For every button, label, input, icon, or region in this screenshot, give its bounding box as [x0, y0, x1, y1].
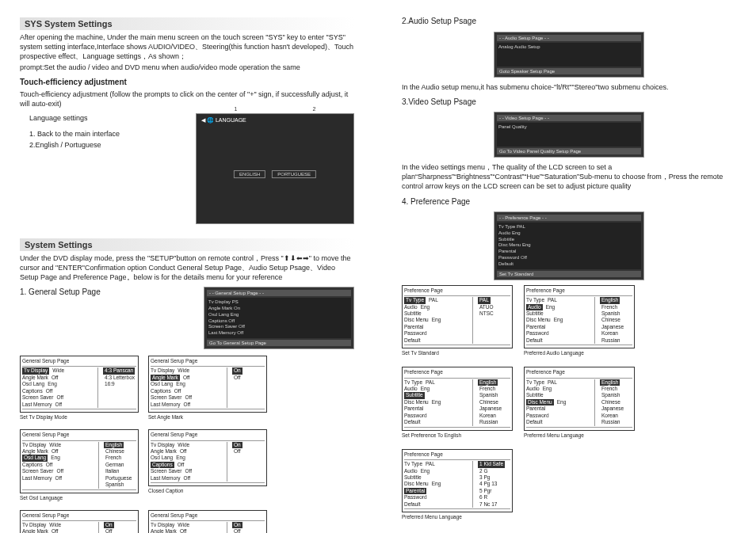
general-thumb-title: - - General Setup Page - -: [207, 290, 351, 296]
general-setup-screenshot: - - General Setup Page - - Tv Display PS…: [204, 287, 354, 349]
video-setup-heading: 3.Video Setup Psage: [402, 97, 736, 108]
menu-table: Preference PageTv TypePALAudioEngSubtitl…: [524, 367, 635, 431]
language-screenshot: 1 2 ◀ 🌐 LANGUAGE ENGLISH PORTUGUESE: [196, 113, 354, 224]
audio-paragraph: In the Audio setup menu,it has submenu c…: [402, 82, 736, 92]
menu-table: Preference PageTv TypePALAudioEngSubtitl…: [402, 449, 513, 513]
sys-paragraph-2: prompt:Set the audio / video and DVD men…: [20, 63, 354, 72]
menu-table: Preference PageTv TypePALAudioEngSubtitl…: [524, 285, 635, 349]
menu-table: General Serup PageTv DisplayWideAngle Ma…: [148, 510, 267, 533]
menu-table: Preference PageTv TypePALAudioEngSubtitl…: [402, 285, 513, 349]
system-settings-paragraph: Under the DVD display mode, press the "S…: [20, 253, 354, 282]
page-18: 2.Audio Setup Psage - - Audio Setup Page…: [378, 0, 756, 533]
lang-english-button: ENGLISH: [234, 170, 265, 178]
language-screenshot-title: ◀ 🌐 LANGUAGE: [201, 117, 246, 124]
menu-table: Preference PageTv TypePALAudioEngSubtitl…: [402, 367, 513, 431]
menu-table: General Serup PageTv DisplayWideAngle Ma…: [20, 510, 139, 533]
system-settings-heading: System Settings: [20, 238, 354, 251]
audio-setup-heading: 2.Audio Setup Psage: [402, 16, 736, 27]
audio-thumb-footer: Goto Speaker Setup Page: [497, 68, 641, 74]
page-17: SYS System Settings After opening the ma…: [0, 0, 378, 533]
pref-thumb-title: - - Preference Page - -: [497, 215, 641, 221]
general-tables-grid: General Serup PageTv DisplayWideAngle Ma…: [20, 356, 354, 533]
marker-2: 2: [313, 106, 316, 112]
touch-efficiency-heading: Touch-efficiency adjustment: [20, 78, 354, 86]
preference-screenshot: - - Preference Page - - Tv Type PALAudio…: [494, 211, 644, 280]
marker-1: 1: [235, 106, 238, 112]
menu-table: General Serup PageTv DisplayWideAngle Ma…: [148, 356, 267, 413]
menu-table: General Serup PageTv DisplayWideAngle Ma…: [148, 429, 267, 486]
sys-paragraph-1: After opening the machine, Under the mai…: [20, 32, 354, 61]
video-setup-screenshot: - - Video Setup Page - - Panel Quality G…: [494, 112, 644, 158]
video-thumb-row: Panel Quality: [498, 124, 527, 129]
audio-thumb-row: Analog Audio Setup: [498, 44, 540, 49]
pref-thumb-footer: Set Tv Standard: [497, 271, 641, 277]
menu-table: General Serup PageTv DisplayWideAngle Ma…: [20, 356, 139, 413]
preference-tables-grid: Preference PageTv TypePALAudioEngSubtitl…: [402, 285, 736, 520]
video-paragraph: In the video settings menu，The quality o…: [402, 162, 736, 191]
general-thumb-footer: Go To General Setup Page: [207, 340, 351, 346]
audio-thumb-title: - - Audio Setup Page - -: [497, 35, 641, 41]
audio-setup-screenshot: - - Audio Setup Page - - Analog Audio Se…: [494, 32, 644, 78]
menu-table: General Serup PageTv DisplayWideAngle Ma…: [20, 429, 139, 493]
video-thumb-title: - - Video Setup Page - -: [497, 115, 641, 121]
sys-settings-heading: SYS System Settings: [20, 17, 354, 30]
lang-portuguese-button: PORTUGUESE: [272, 170, 316, 178]
video-thumb-footer: Go To Video Panel Quality Setup Page: [497, 148, 641, 154]
preference-heading: 4. Preference Page: [402, 196, 736, 207]
